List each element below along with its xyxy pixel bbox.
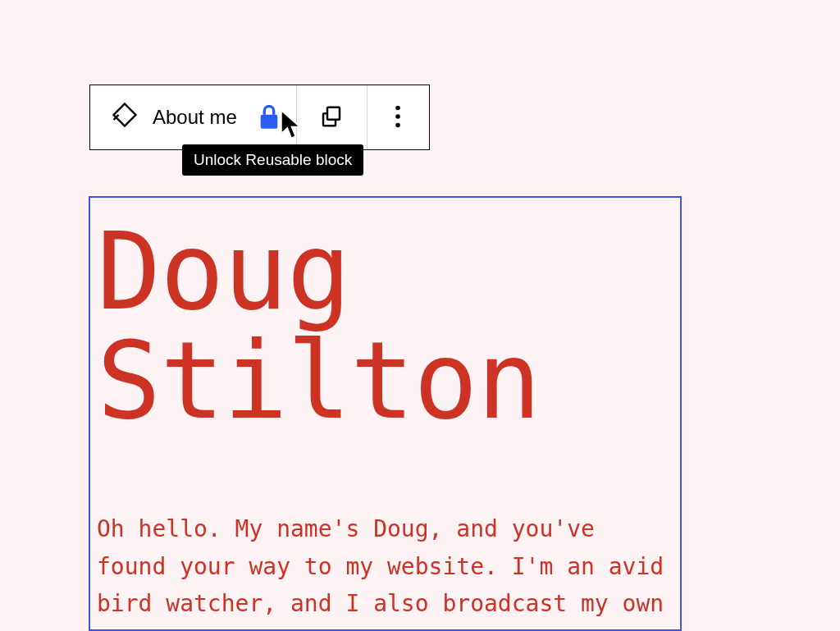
- copy-button[interactable]: [297, 85, 367, 149]
- copy-icon: [319, 104, 344, 131]
- lock-icon: [258, 103, 281, 132]
- reusable-block-content[interactable]: Doug Stilton Oh hello. My name's Doug, a…: [89, 196, 682, 631]
- tooltip-text: Unlock Reusable block: [194, 151, 352, 168]
- tooltip: Unlock Reusable block: [182, 144, 363, 176]
- copy-group: [297, 85, 368, 149]
- more-options-button[interactable]: [368, 85, 429, 149]
- more-group: [368, 85, 429, 149]
- block-type-label: About me: [153, 106, 237, 129]
- intro-paragraph[interactable]: Oh hello. My name's Doug, and you've fou…: [97, 510, 675, 631]
- reusable-block-icon: [110, 100, 139, 135]
- block-toolbar: About me: [89, 85, 430, 150]
- more-vertical-icon: [395, 105, 401, 130]
- svg-point-2: [395, 105, 400, 110]
- svg-point-3: [395, 114, 400, 119]
- lock-button[interactable]: [253, 85, 296, 149]
- page-heading[interactable]: Doug Stilton: [97, 217, 675, 435]
- svg-rect-1: [327, 107, 340, 119]
- svg-rect-0: [260, 114, 277, 128]
- block-type-button[interactable]: About me: [90, 85, 253, 149]
- block-type-group: About me: [90, 85, 297, 149]
- svg-point-4: [395, 122, 400, 127]
